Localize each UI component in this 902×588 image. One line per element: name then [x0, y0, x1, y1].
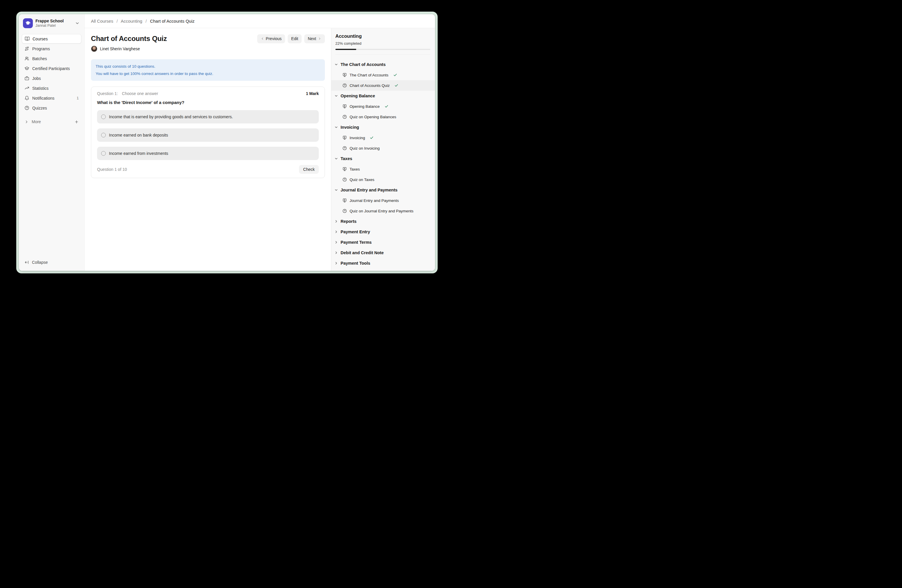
quiz-icon — [342, 146, 347, 150]
section-journal-entry-and-payments[interactable]: Journal Entry and Payments — [331, 185, 435, 195]
sidebar-item-label: Jobs — [32, 76, 41, 81]
section-opening-balance[interactable]: Opening Balance — [331, 91, 435, 101]
chevron-right-icon — [334, 240, 338, 244]
section-title: Payment Tools — [341, 261, 370, 266]
chevron-right-icon — [318, 37, 321, 41]
breadcrumb-current: Chart of Accounts Quiz — [150, 19, 194, 23]
section-reports[interactable]: Reports — [331, 216, 435, 227]
top-bar: All Courses / Accounting / Chart of Acco… — [85, 14, 435, 28]
course-outline-panel: Accounting 22% completed The Chart of Ac… — [331, 28, 435, 271]
previous-button[interactable]: Previous — [257, 34, 285, 43]
chevron-down-icon — [334, 63, 338, 67]
answer-options: Income that is earned by providing goods… — [97, 110, 319, 160]
graduation-cap-icon — [24, 66, 29, 71]
plus-icon[interactable] — [74, 120, 79, 124]
lesson-label: Chart of Accounts Quiz — [349, 83, 390, 88]
section-payment-terms[interactable]: Payment Terms — [331, 237, 435, 247]
book-open-icon — [25, 36, 30, 41]
sidebar-item-label: Quizzes — [32, 106, 47, 110]
answer-option-1[interactable]: Income that is earned by providing goods… — [97, 110, 319, 124]
sidebar-item-courses[interactable]: Courses — [22, 34, 81, 44]
quiz-instructions-banner: This quiz consists of 10 questions. You … — [91, 59, 325, 81]
question-number-label: Question 1: — [97, 91, 118, 96]
course-progress-fill — [335, 49, 356, 50]
sidebar-item-statistics[interactable]: Statistics — [22, 83, 81, 93]
chevron-down-icon — [334, 156, 338, 161]
lesson-label: Invoicing — [349, 136, 365, 140]
workspace-switcher[interactable]: Frappe School Jannat Patel — [23, 18, 80, 28]
lesson-quiz-on-journal-entry-and-payments[interactable]: Quiz on Journal Entry and Payments — [331, 206, 435, 216]
bell-icon — [24, 95, 29, 100]
chevron-left-icon — [261, 37, 264, 41]
check-button[interactable]: Check — [299, 165, 319, 174]
completed-check-icon — [384, 104, 388, 108]
section-title: Taxes — [341, 156, 352, 161]
radio-button[interactable] — [101, 114, 106, 119]
chevron-down-icon — [334, 94, 338, 98]
help-circle-icon — [24, 105, 29, 110]
course-outline: The Chart of Accounts The Chart of Accou… — [331, 55, 435, 271]
course-progress-bar — [335, 49, 431, 50]
lesson-invoicing[interactable]: Invoicing — [331, 133, 435, 143]
radio-button[interactable] — [101, 151, 106, 156]
section-title: Payment Terms — [341, 240, 372, 245]
question-card: Question 1: Choose one answer 1 Mark Wha… — [91, 87, 325, 178]
lesson-the-chart-of-accounts[interactable]: The Chart of Accounts — [331, 70, 435, 80]
section-taxes[interactable]: Taxes — [331, 153, 435, 164]
question-instruction: Choose one answer — [122, 91, 158, 96]
quiz-main: Chart of Accounts Quiz Previous Edit Nex… — [85, 28, 331, 271]
lesson-chart-of-accounts-quiz[interactable]: Chart of Accounts Quiz — [331, 80, 435, 91]
lesson-icon — [342, 73, 347, 77]
section-payment-tools[interactable]: Payment Tools — [331, 258, 435, 269]
lesson-label: Quiz on Taxes — [349, 178, 374, 182]
breadcrumb-accounting[interactable]: Accounting — [121, 19, 142, 23]
sidebar-item-label: Courses — [33, 37, 48, 41]
section-the-chart-of-accounts[interactable]: The Chart of Accounts — [331, 59, 435, 70]
radio-button[interactable] — [101, 133, 106, 138]
sidebar-item-batches[interactable]: Batches — [22, 54, 81, 63]
lesson-quiz-on-taxes[interactable]: Quiz on Taxes — [331, 174, 435, 185]
lesson-quiz-on-invoicing[interactable]: Quiz on Invoicing — [331, 143, 435, 153]
breadcrumb-all-courses[interactable]: All Courses — [91, 19, 113, 23]
lesson-label: Quiz on Journal Entry and Payments — [349, 209, 413, 213]
completed-check-icon — [370, 136, 374, 140]
sidebar-item-quizzes[interactable]: Quizzes — [22, 103, 81, 113]
lesson-taxes[interactable]: Taxes — [331, 164, 435, 174]
answer-option-3[interactable]: Income earned from investments — [97, 147, 319, 160]
lesson-journal-entry-and-payments[interactable]: Journal Entry and Payments — [331, 195, 435, 206]
chevron-down-icon — [334, 188, 338, 192]
section-invoicing[interactable]: Invoicing — [331, 122, 435, 133]
sidebar-item-jobs[interactable]: Jobs — [22, 74, 81, 83]
lesson-opening-balance[interactable]: Opening Balance — [331, 101, 435, 111]
section-payment-entry[interactable]: Payment Entry — [331, 227, 435, 237]
section-title: Opening Balance — [341, 94, 375, 98]
quiz-icon — [342, 177, 347, 182]
chevron-right-icon — [334, 261, 338, 265]
sidebar-item-label: Statistics — [32, 86, 49, 91]
answer-option-2[interactable]: Income earned on bank deposits — [97, 128, 319, 142]
chevron-right-icon — [334, 219, 338, 224]
question-text: What is the 'Direct Income' of a company… — [97, 99, 319, 105]
sidebar-item-notifications[interactable]: Notifications 1 — [22, 93, 81, 103]
course-progress-label: 22% completed — [335, 41, 431, 45]
app-frame: Frappe School Jannat Patel Courses Progr… — [16, 12, 438, 274]
section-debit-and-credit-note[interactable]: Debit and Credit Note — [331, 247, 435, 258]
route-icon — [24, 46, 29, 51]
sidebar-item-programs[interactable]: Programs — [22, 44, 81, 53]
quiz-icon — [342, 114, 347, 119]
author-avatar — [91, 45, 97, 52]
graduation-cap-logo-icon — [25, 20, 31, 26]
collapse-sidebar-button[interactable]: Collapse — [22, 258, 81, 267]
sidebar-item-label: Certified Participants — [32, 66, 70, 71]
section-title: Payment Entry — [341, 230, 370, 234]
previous-label: Previous — [266, 36, 282, 41]
edit-button[interactable]: Edit — [288, 34, 302, 43]
lesson-label: The Chart of Accounts — [349, 73, 388, 77]
lesson-icon — [342, 104, 347, 109]
sidebar-item-certified-participants[interactable]: Certified Participants — [22, 64, 81, 73]
sidebar-more-toggle[interactable]: More — [22, 117, 81, 127]
answer-option-label: Income earned on bank deposits — [109, 133, 168, 138]
course-title: Accounting — [335, 33, 431, 39]
next-button[interactable]: Next — [304, 34, 325, 43]
lesson-quiz-on-opening-balances[interactable]: Quiz on Opening Balances — [331, 111, 435, 122]
